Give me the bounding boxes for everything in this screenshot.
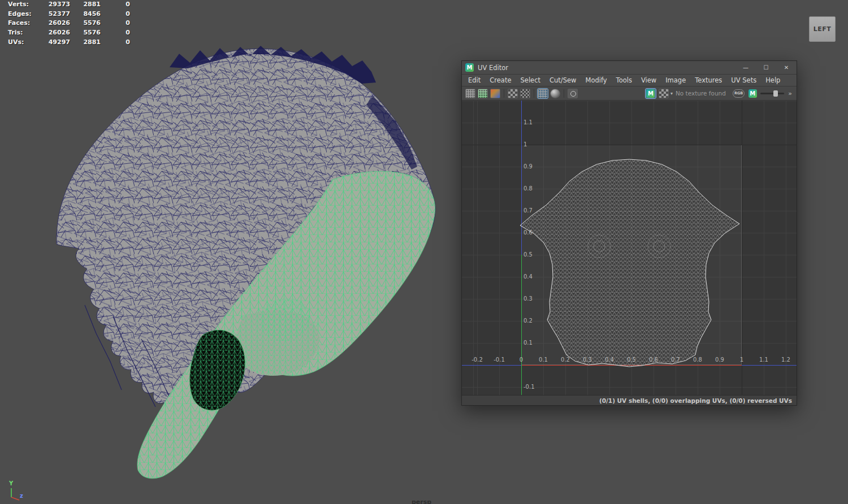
texture-checker-button[interactable] (659, 89, 669, 98)
uv-editor-titlebar[interactable]: M UV Editor — ☐ ✕ (462, 61, 797, 75)
menu-cut-sew[interactable]: Cut/Sew (545, 76, 581, 84)
uv-grid-display-icon[interactable] (465, 89, 475, 98)
menu-uv-sets[interactable]: UV Sets (726, 76, 761, 84)
camera-name-label: persp (412, 498, 431, 504)
x-tick: 0.6 (649, 357, 658, 363)
poly-count-hud: Verts: 29373 2881 0 Edges: 52377 8456 0 … (8, 0, 130, 47)
y-tick: 0.5 (523, 251, 533, 258)
y-tick: 0.4 (523, 273, 533, 280)
hud-value: 26026 (41, 28, 70, 38)
menu-edit[interactable]: Edit (464, 76, 485, 84)
uv-editor-statusbar: (0/1) UV shells, (0/0) overlapping UVs, … (462, 395, 797, 405)
hud-label: Edges: (8, 10, 41, 19)
hud-label: Faces: (8, 19, 41, 28)
image-dim-slider[interactable] (760, 93, 784, 94)
checker-map-large-icon[interactable] (520, 89, 530, 98)
menu-modify[interactable]: Modify (581, 76, 611, 84)
toolbar-separator (564, 89, 564, 98)
menu-textures[interactable]: Textures (690, 76, 726, 84)
hud-value: 2881 (70, 38, 101, 47)
uv-shaded-display-icon[interactable] (478, 89, 488, 98)
hud-value: 8456 (70, 10, 101, 19)
selected-uv-region (137, 171, 435, 479)
menu-create[interactable]: Create (485, 76, 516, 84)
hud-label: Verts: (8, 0, 41, 10)
menu-image[interactable]: Image (661, 76, 690, 84)
viewport-3d-mesh (0, 0, 464, 504)
x-tick: 1.2 (781, 357, 790, 363)
x-tick: 0.1 (539, 357, 548, 363)
hud-value: 29373 (41, 0, 70, 10)
hud-value: 26026 (41, 19, 70, 28)
hud-value: 0 (101, 10, 130, 19)
hair-mesh-wireframe (57, 46, 435, 421)
menu-tools[interactable]: Tools (612, 76, 637, 84)
uv-snapshot-icon[interactable] (568, 89, 578, 98)
axis-y-label: Y (8, 480, 14, 486)
hud-label: UVs: (8, 38, 41, 47)
hair-spikes (170, 46, 376, 84)
x-tick: 0 (520, 357, 523, 363)
y-tick: 0.7 (523, 207, 533, 214)
texture-source-maya-button[interactable]: M (646, 89, 656, 98)
hud-value: 0 (101, 28, 130, 38)
slider-handle[interactable] (773, 90, 778, 97)
maya-icon: M (646, 89, 655, 98)
x-tick: 1.1 (759, 357, 768, 363)
v-axis-extension (521, 101, 522, 255)
shaded-sphere-icon[interactable] (550, 89, 560, 98)
y-tick: 0.2 (523, 318, 533, 324)
y-tick: 0.6 (523, 229, 533, 236)
maya-app-icon: M (465, 63, 474, 72)
toolbar-overflow-icon[interactable]: » (787, 90, 793, 97)
x-tick: 0.9 (715, 357, 724, 363)
hud-value: 0 (101, 38, 130, 47)
hud-value: 5576 (70, 19, 101, 28)
x-tick: 0.3 (583, 357, 592, 363)
window-title: UV Editor (478, 64, 735, 72)
axis-z-label: z (20, 493, 23, 499)
u-axis (521, 365, 742, 366)
y-tick: 1 (523, 141, 527, 147)
rgb-channel-button[interactable]: RGB (733, 89, 745, 98)
y-tick: 0.8 (523, 185, 533, 192)
x-tick: 1 (740, 357, 743, 363)
toolbar-right-group: M ▾ No texture found RGB M » (646, 89, 793, 98)
image-display-toggle-icon[interactable] (538, 89, 548, 98)
y-tick: 0.9 (523, 163, 533, 170)
dark-mesh-patch (190, 330, 245, 410)
uv-canvas[interactable]: -0.2 -0.1 0 0.1 0.2 0.3 0.4 0.5 0.6 0.7 … (462, 101, 797, 395)
x-tick: 0.8 (693, 357, 702, 363)
x-tick: -0.1 (494, 357, 505, 363)
y-tick: 0.3 (523, 296, 533, 302)
menu-help[interactable]: Help (761, 76, 785, 84)
axis-gizmo: Y z (2, 478, 27, 503)
uv-editor-window: M UV Editor — ☐ ✕ Edit Create Select Cut… (461, 60, 797, 406)
chevron-down-icon[interactable]: ▾ (670, 91, 673, 96)
texture-maya-button[interactable]: M (747, 89, 758, 98)
hud-value: 0 (101, 0, 130, 10)
toolbar-separator (504, 89, 504, 98)
uv-editor-menubar: Edit Create Select Cut/Sew Modify Tools … (462, 75, 797, 86)
v1-gridline (462, 145, 797, 145)
hud-value: 49297 (41, 38, 70, 47)
uv-shell-status-text: (0/1) UV shells, (0/0) overlapping UVs, … (599, 397, 792, 404)
hud-value: 0 (101, 19, 130, 28)
minimize-button[interactable]: — (735, 61, 756, 74)
maximize-button[interactable]: ☐ (756, 61, 776, 74)
uv-distortion-icon[interactable] (490, 89, 500, 98)
y-tick: -0.1 (523, 384, 535, 390)
menu-select[interactable]: Select (516, 76, 545, 84)
y-tick: 1.1 (523, 119, 533, 125)
close-button[interactable]: ✕ (776, 61, 797, 74)
x-tick: 0.7 (671, 357, 680, 363)
maya-icon: M (749, 89, 757, 98)
x-tick: 0.2 (561, 357, 570, 363)
uv-editor-toolbar: M ▾ No texture found RGB M » (462, 86, 797, 101)
y-tick: 0.1 (523, 340, 533, 346)
hud-value: 52377 (41, 10, 70, 19)
menu-view[interactable]: View (637, 76, 661, 84)
texture-status-text: No texture found (676, 90, 730, 97)
v-axis (521, 255, 522, 395)
checker-map-small-icon[interactable] (508, 89, 518, 98)
